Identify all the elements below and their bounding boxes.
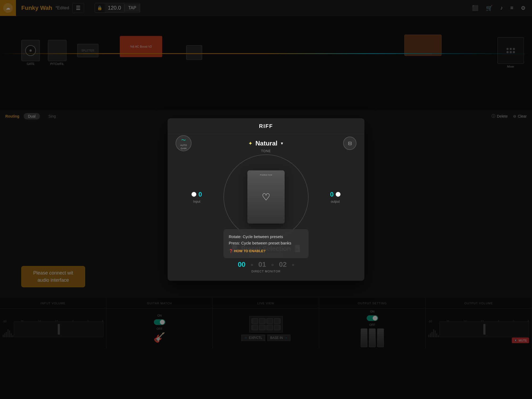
monitor-00[interactable]: 00: [238, 260, 246, 269]
monitor-02[interactable]: 02: [279, 260, 287, 269]
monitor-spacer1: ○: [251, 262, 253, 267]
device-box: Positive Grid ♡: [247, 171, 285, 224]
direct-monitor-label: DIRECT MONITOR: [176, 270, 356, 273]
tone-dropdown-arrow: ▼: [280, 141, 284, 146]
output-knob-area: 0 output: [330, 191, 340, 203]
monitor-spacer2: ○: [271, 262, 273, 267]
output-knob-dot[interactable]: [336, 192, 340, 197]
monitor-row: 00 ○ 01 ○ 02 ○: [176, 260, 356, 269]
filter-button[interactable]: ⊟: [343, 137, 356, 150]
tooltip-line1: Rotate: Cycle between presets: [229, 234, 303, 240]
input-value: 0: [198, 191, 202, 198]
input-knob-dot[interactable]: [192, 192, 196, 197]
monitor-01[interactable]: 01: [258, 260, 266, 269]
output-label: output: [331, 200, 340, 203]
tone-selector[interactable]: ✦ Natural ▼: [248, 140, 284, 147]
device-brand: Positive Grid: [260, 174, 272, 176]
device-heart-icon: ♡: [262, 192, 270, 203]
sparkle-icon: ✦: [248, 140, 253, 147]
riff-modal: RIFF 〜 AUTO GAIN ✦ Natural ▼ ⊟ TONE: [168, 118, 364, 281]
modal-body: 〜 AUTO GAIN ✦ Natural ▼ ⊟ TONE: [168, 134, 364, 281]
tone-name: Natural: [255, 140, 277, 147]
direct-monitor-area: 00 ○ 01 ○ 02 ○ DIRECT MONITOR: [176, 260, 356, 273]
question-icon: ❓: [229, 248, 233, 254]
input-knob-area: 0 Input: [192, 191, 202, 203]
filter-icon: ⊟: [348, 140, 352, 146]
tone-row: 〜 AUTO GAIN ✦ Natural ▼ ⊟: [176, 140, 356, 147]
dial-area: 0 Input Positive Grid ♡ 0 output Rotate:…: [176, 157, 356, 237]
tone-label: TONE: [176, 149, 356, 153]
how-to-enable-link[interactable]: ❓ HOW TO ENABLE?: [229, 248, 303, 254]
tooltip-bubble: Rotate: Cycle between presets Press: Cyc…: [223, 229, 309, 258]
modal-title: RIFF: [168, 118, 364, 134]
tooltip-line2: Press: Cycle between preset banks: [229, 240, 303, 246]
input-label: Input: [193, 200, 200, 203]
output-value: 0: [330, 191, 334, 198]
auto-gain-button[interactable]: 〜 AUTO GAIN: [176, 135, 192, 151]
monitor-spacer3: ○: [292, 262, 294, 267]
